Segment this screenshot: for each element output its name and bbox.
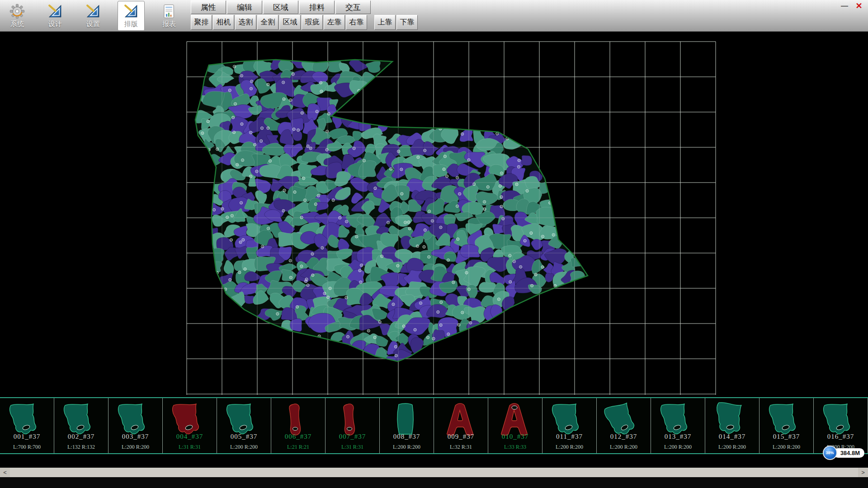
piece-id: 006_#37 [271, 433, 325, 441]
horizontal-scrollbar[interactable]: < > [0, 468, 868, 477]
piece-lr-count: L:200 R:200 [705, 444, 759, 450]
toolbar: 系统设计设置排版报表 属性编辑区域排料交互 聚排相机选割全割区域瑕疵左靠右靠上靠… [0, 0, 868, 32]
tool-cut-all[interactable]: 全割 [257, 15, 278, 30]
menu-tab-region[interactable]: 区域 [263, 0, 298, 14]
tool-camera[interactable]: 相机 [213, 15, 234, 30]
menu-tab-interact[interactable]: 交互 [335, 0, 371, 14]
piece-lr-count: L:31 R:31 [163, 444, 217, 450]
piece-id: 016_#37 [814, 433, 868, 441]
scroll-left-arrow[interactable]: < [0, 468, 10, 477]
piece-lr-count: L:32 R:31 [434, 444, 488, 450]
scrollbar-track[interactable] [10, 468, 858, 477]
piece-thumbnail-007_#37[interactable]: 007_#37L:31 R:31 [326, 398, 380, 453]
piece-lr-count: L:200 R:200 [108, 444, 162, 450]
nav-item-system[interactable]: 系统 [4, 1, 31, 31]
nav-item-label: 系统 [10, 20, 24, 28]
nesting-layout-view[interactable] [0, 32, 868, 397]
window-bottom-edge [0, 477, 868, 488]
piece-thumbnail-001_#37[interactable]: 001_#37L:700 R:700 [0, 398, 54, 453]
piece-thumbnail-004_#37[interactable]: 004_#37L:31 R:31 [163, 398, 217, 453]
piece-id: 012_#37 [597, 433, 651, 441]
piece-thumbnail-005_#37[interactable]: 005_#37L:200 R:200 [217, 398, 271, 453]
piece-thumbnail-003_#37[interactable]: 003_#37L:200 R:200 [108, 398, 163, 453]
tool-align-top[interactable]: 上靠 [374, 15, 396, 30]
piece-thumbnail-002_#37[interactable]: 002_#37L:132 R:132 [54, 398, 108, 453]
nav-item-settings[interactable]: 设置 [80, 1, 107, 31]
triangle-icon [47, 4, 63, 19]
report-icon [161, 4, 177, 19]
piece-thumbnail-014_#37[interactable]: 014_#37L:200 R:200 [705, 398, 760, 453]
tool-select-cut[interactable]: 选割 [235, 15, 256, 30]
nav-item-label: 报表 [162, 20, 176, 28]
progress-indicator: 38% [823, 446, 837, 460]
main-nav: 系统设计设置排版报表 [4, 1, 183, 31]
nav-item-label: 设置 [86, 20, 100, 28]
piece-thumbnail-011_#37[interactable]: 011_#37L:200 R:200 [542, 398, 597, 453]
tool-region[interactable]: 区域 [279, 15, 301, 30]
piece-id: 015_#37 [760, 433, 813, 441]
triangle-icon [85, 4, 101, 19]
piece-id: 014_#37 [705, 433, 759, 441]
piece-thumbnail-015_#37[interactable]: 015_#37L:200 R:200 [760, 398, 814, 453]
scroll-right-arrow[interactable]: > [858, 468, 868, 477]
nav-item-design[interactable]: 设计 [42, 1, 69, 31]
piece-id: 002_#37 [54, 433, 108, 441]
piece-thumbnail-006_#37[interactable]: 006_#37L:21 R:21 [271, 398, 326, 453]
piece-lr-count: L:200 R:200 [651, 444, 705, 450]
window-controls: — ✕ [839, 1, 864, 10]
tool-align-bottom[interactable]: 下靠 [396, 15, 418, 30]
piece-thumbnail-009_#37[interactable]: 009_#37L:32 R:31 [434, 398, 488, 453]
piece-id: 005_#37 [217, 433, 271, 441]
piece-lr-count: L:200 R:200 [380, 444, 434, 450]
piece-id: 007_#37 [326, 433, 379, 441]
piece-thumbnail-008_#37[interactable]: 008_#37L:200 R:200 [380, 398, 434, 453]
triangle-icon [123, 4, 139, 19]
gear-icon [9, 4, 25, 19]
piece-id: 009_#37 [434, 433, 488, 441]
piece-lr-count: L:200 R:200 [217, 444, 271, 450]
tool-align-left[interactable]: 左靠 [324, 15, 345, 30]
tool-cluster-nest[interactable]: 聚排 [191, 15, 212, 30]
piece-id: 001_#37 [0, 433, 54, 441]
piece-id: 013_#37 [651, 433, 705, 441]
piece-lr-count: L:33 R:33 [488, 444, 542, 450]
piece-lr-count: L:200 R:200 [597, 444, 651, 450]
menu-tab-row: 属性编辑区域排料交互 [191, 0, 418, 14]
menu-tab-properties[interactable]: 属性 [191, 0, 226, 14]
menu-tab-edit[interactable]: 编辑 [227, 0, 262, 14]
ribbon: 属性编辑区域排料交互 聚排相机选割全割区域瑕疵左靠右靠上靠下靠 [191, 0, 418, 30]
piece-lr-count: L:31 R:31 [326, 444, 379, 450]
nesting-canvas[interactable] [0, 32, 868, 397]
piece-thumbnail-013_#37[interactable]: 013_#37L:200 R:200 [651, 398, 705, 453]
piece-thumbnail-016_#37[interactable]: 016_#37L:200 R:200 [814, 398, 868, 453]
status-badge: 38% 384.8M [823, 446, 864, 460]
tool-row: 聚排相机选割全割区域瑕疵左靠右靠上靠下靠 [191, 15, 418, 30]
piece-id: 008_#37 [380, 433, 434, 441]
menu-tab-nesting[interactable]: 排料 [299, 0, 335, 14]
piece-id: 003_#37 [108, 433, 162, 441]
nav-item-label: 排版 [124, 20, 138, 28]
nav-item-report[interactable]: 报表 [156, 1, 183, 31]
piece-lr-count: L:700 R:700 [0, 444, 54, 450]
piece-id: 010_#37 [488, 433, 542, 441]
tool-defect[interactable]: 瑕疵 [302, 15, 323, 30]
piece-strip: 001_#37L:700 R:700002_#37L:132 R:132003_… [0, 397, 868, 454]
piece-lr-count: L:21 R:21 [271, 444, 325, 450]
nav-item-label: 设计 [48, 20, 62, 28]
piece-thumbnail-010_#37[interactable]: 010_#37L:33 R:33 [488, 398, 542, 453]
close-button[interactable]: ✕ [854, 1, 864, 10]
minimize-button[interactable]: — [839, 1, 850, 10]
memory-indicator: 384.8M [833, 448, 864, 458]
nav-item-layout[interactable]: 排版 [118, 1, 145, 31]
piece-thumbnail-012_#37[interactable]: 012_#37L:200 R:200 [597, 398, 651, 453]
piece-id: 011_#37 [542, 433, 596, 441]
piece-lr-count: L:132 R:132 [54, 444, 108, 450]
piece-lr-count: L:200 R:200 [760, 444, 813, 450]
piece-lr-count: L:200 R:200 [542, 444, 596, 450]
app-window: 系统设计设置排版报表 属性编辑区域排料交互 聚排相机选割全割区域瑕疵左靠右靠上靠… [0, 0, 868, 488]
tool-align-right[interactable]: 右靠 [346, 15, 367, 30]
piece-id: 004_#37 [163, 433, 217, 441]
